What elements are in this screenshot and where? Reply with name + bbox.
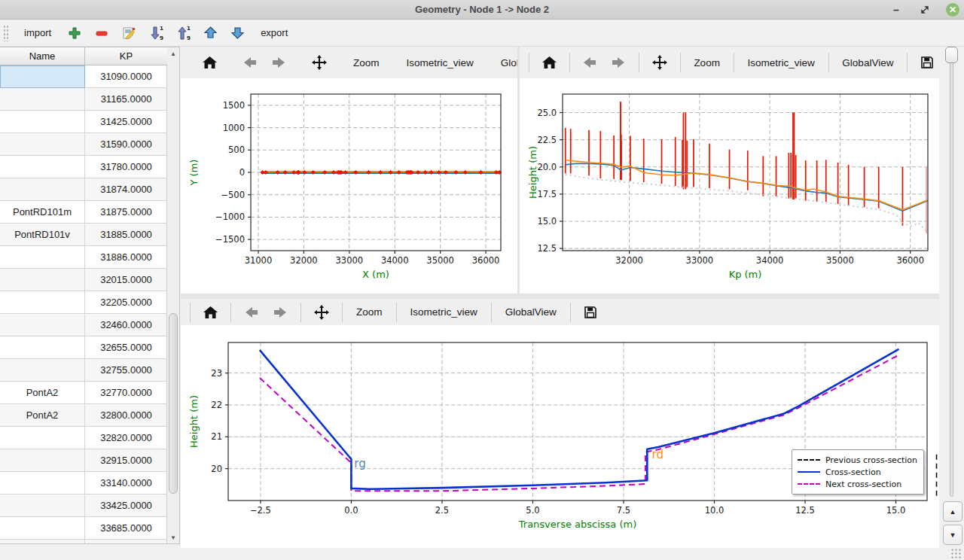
cell-name[interactable] (0, 88, 85, 111)
move-up-button[interactable] (200, 23, 220, 43)
isometric-view-button[interactable]: Isometric_view (404, 303, 484, 321)
cell-name[interactable]: PontRD101m (0, 201, 85, 224)
panel-up-button[interactable]: ▲ (943, 501, 962, 522)
globalview-button[interactable]: GlobalView (499, 303, 563, 321)
xy-plot-canvas[interactable]: 3100032000330003400035000360001500100050… (181, 78, 517, 294)
cell-kp[interactable]: 32460.0000 (85, 314, 167, 336)
scroll-down-button[interactable]: ▼ (167, 531, 179, 543)
cell-kp[interactable]: 32655.0000 (85, 336, 167, 359)
cell-name[interactable] (0, 449, 85, 472)
cell-kp[interactable]: 32015.0000 (85, 269, 167, 291)
export-button[interactable]: export (255, 24, 294, 41)
cell-name[interactable] (0, 133, 85, 156)
move-down-button[interactable] (227, 23, 247, 43)
cell-name[interactable] (0, 427, 85, 449)
cell-kp[interactable]: 33425.0000 (85, 495, 167, 517)
svg-text:Height (m): Height (m) (188, 395, 200, 448)
vertical-slider[interactable] (950, 50, 953, 497)
cell-name[interactable] (0, 291, 85, 314)
cell-kp[interactable]: 32770.0000 (85, 382, 167, 404)
back-button[interactable] (237, 53, 263, 72)
home-button[interactable] (537, 53, 562, 72)
column-header-kp[interactable]: KP (85, 47, 167, 65)
save-button[interactable] (915, 53, 939, 72)
cell-kp[interactable]: 31590.0000 (85, 133, 167, 156)
cell-name[interactable] (0, 495, 85, 517)
sort-ascending-button[interactable]: 1 9 (173, 23, 193, 43)
table-row: PontRD101v31885.0000 (0, 224, 167, 246)
profile-plot-canvas[interactable]: 320003300034000350003600025.022.520.017.… (520, 78, 939, 294)
cell-name[interactable] (0, 111, 85, 133)
cell-name[interactable] (0, 269, 85, 291)
cell-kp[interactable]: 32205.0000 (85, 291, 167, 314)
isometric-view-button[interactable]: Isometric_view (401, 54, 480, 72)
cell-name[interactable] (0, 65, 85, 88)
close-button[interactable]: ✕ (946, 3, 959, 17)
table-scrollbar[interactable]: ▲ ▼ (166, 47, 179, 543)
home-button[interactable] (197, 53, 222, 72)
import-button[interactable]: import (18, 24, 57, 41)
isometric-view-button[interactable]: Isometric_view (741, 54, 820, 72)
cell-name[interactable] (0, 472, 85, 495)
remove-section-button[interactable] (92, 23, 111, 43)
edit-section-button[interactable] (119, 23, 139, 43)
scrollbar-thumb[interactable] (169, 313, 178, 494)
sort-descending-button[interactable]: 1 9 (146, 23, 166, 43)
forward-button[interactable] (267, 303, 293, 322)
back-button[interactable] (577, 53, 602, 72)
forward-button[interactable] (606, 53, 631, 72)
cell-kp[interactable]: 31885.0000 (85, 224, 167, 246)
globalview-button[interactable]: GlobalView (836, 54, 899, 72)
cell-name[interactable] (0, 156, 85, 178)
column-header-name[interactable]: Name (0, 47, 85, 65)
cell-kp[interactable]: 33685.0000 (85, 517, 167, 540)
zoom-button[interactable]: Zoom (350, 303, 389, 321)
panel-down-button[interactable]: ▼ (943, 525, 962, 545)
cell-kp[interactable]: 33140.0000 (85, 472, 167, 495)
cell-kp[interactable]: 31165.0000 (85, 88, 167, 111)
cell-kp[interactable]: 31780.0000 (85, 156, 167, 178)
cell-name[interactable] (0, 359, 85, 382)
back-button[interactable] (239, 303, 264, 322)
cell-kp[interactable]: 31875.0000 (85, 201, 167, 224)
cell-name[interactable]: PontRD101v (0, 224, 85, 246)
cell-kp[interactable]: 32820.0000 (85, 427, 167, 449)
cell-name[interactable] (0, 540, 85, 544)
cell-name[interactable] (0, 178, 85, 201)
home-button[interactable] (198, 303, 223, 322)
cell-kp[interactable]: 31886.0000 (85, 246, 167, 269)
restore-button[interactable] (917, 2, 932, 17)
cell-name[interactable]: PontA2 (0, 382, 85, 404)
svg-text:Kp (m): Kp (m) (729, 269, 762, 280)
cell-kp[interactable]: 31090.0000 (85, 65, 167, 88)
legend-item: Previous cross-section (798, 454, 917, 466)
cell-kp[interactable]: 32915.0000 (85, 449, 167, 472)
cell-kp[interactable]: 32800.0000 (85, 404, 167, 427)
edit-icon (121, 26, 136, 41)
cell-name[interactable] (0, 517, 85, 540)
zoom-button[interactable]: Zoom (688, 54, 726, 72)
forward-button[interactable] (266, 53, 291, 72)
svg-text:1: 1 (187, 26, 191, 32)
cell-name[interactable]: PontA2 (0, 404, 85, 427)
cell-name[interactable] (0, 246, 85, 269)
save-button[interactable] (578, 303, 602, 322)
slider-handle[interactable] (945, 47, 958, 63)
scroll-up-button[interactable]: ▲ (167, 47, 179, 59)
cell-kp[interactable]: 31874.0000 (85, 178, 167, 201)
cell-name[interactable] (0, 314, 85, 336)
zoom-button[interactable]: Zoom (347, 54, 386, 72)
toolbar-drag-handle[interactable] (3, 25, 9, 41)
table-row: 32015.0000 (0, 269, 167, 291)
minimize-button[interactable]: – (889, 2, 904, 17)
cross-section-plot-canvas[interactable]: −2.50.02.55.07.510.012.515.023222120Tran… (181, 325, 939, 548)
add-section-button[interactable] (65, 23, 84, 43)
cell-kp[interactable] (85, 540, 167, 544)
pan-button[interactable] (647, 52, 673, 73)
cell-kp[interactable]: 31425.0000 (85, 111, 167, 133)
pan-button[interactable] (309, 302, 334, 323)
resize-grip[interactable] (950, 548, 961, 558)
pan-button[interactable] (307, 52, 332, 73)
cell-kp[interactable]: 32755.0000 (85, 359, 167, 382)
cell-name[interactable] (0, 336, 85, 359)
